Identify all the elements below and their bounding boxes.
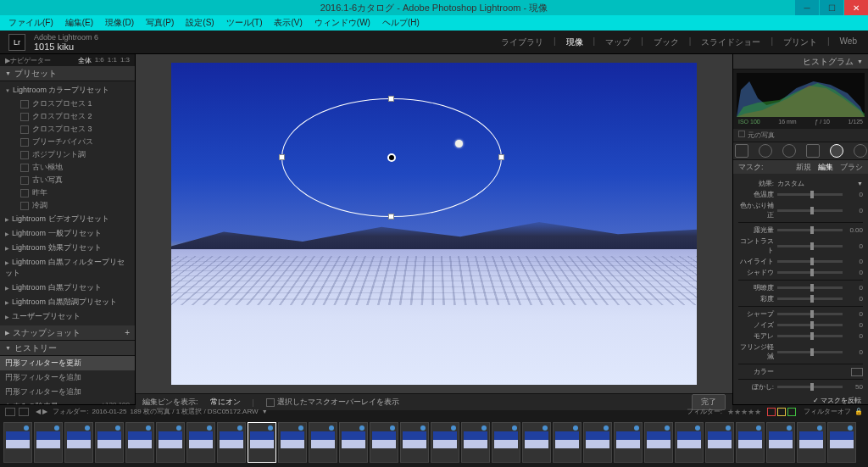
menu-item[interactable]: ファイル(F): [3, 17, 58, 29]
original-photo-checkbox[interactable]: 元の写真: [748, 131, 775, 139]
module-tab[interactable]: プリント: [781, 36, 820, 48]
histogram-header[interactable]: ヒストグラム▼: [733, 54, 868, 69]
slider[interactable]: [777, 209, 843, 212]
preset-category[interactable]: ▶Lightroom 白黒フィルタープリセット: [0, 255, 135, 281]
preset-item[interactable]: ポジプリント調: [0, 148, 135, 161]
graduated-filter-icon[interactable]: [806, 144, 820, 158]
filmstrip-thumb[interactable]: [583, 422, 612, 463]
slider[interactable]: [777, 286, 843, 289]
menu-item[interactable]: 設定(S): [181, 17, 219, 29]
brush-tool-icon[interactable]: [854, 144, 867, 158]
redeye-tool-icon[interactable]: [782, 144, 796, 158]
history-item[interactable]: 円形フィルターを更新: [0, 356, 135, 370]
preset-item[interactable]: 冷調: [0, 199, 135, 212]
filmstrip-thumb[interactable]: [400, 422, 429, 463]
filmstrip-thumb[interactable]: [125, 422, 154, 463]
history-item[interactable]: 円形フィルターを追加: [0, 370, 135, 385]
slider[interactable]: [777, 229, 843, 231]
show-pins-value[interactable]: 常にオン: [210, 397, 241, 408]
mask-brush[interactable]: ブラシ: [840, 162, 863, 173]
filmstrip-thumb[interactable]: [3, 422, 32, 463]
module-tab[interactable]: ライブラリ: [498, 36, 546, 48]
preset-category[interactable]: ▶Lightroom ビデオプリセット: [0, 212, 135, 226]
filmstrip-thumb[interactable]: [797, 422, 826, 463]
minimize-button[interactable]: ─: [795, 0, 819, 15]
menu-item[interactable]: 表示(V): [269, 17, 307, 29]
filmstrip-thumb[interactable]: [278, 422, 307, 463]
filmstrip-thumb[interactable]: [248, 422, 276, 463]
menu-item[interactable]: ヘルプ(H): [377, 17, 425, 29]
radial-handle-top[interactable]: [388, 96, 394, 102]
presets-header[interactable]: ▼プリセット: [0, 66, 135, 81]
lock-icon[interactable]: 🔒: [854, 408, 863, 415]
mask-new[interactable]: 新規: [796, 162, 811, 173]
filmstrip-thumb[interactable]: [34, 422, 63, 463]
filmstrip-thumb[interactable]: [461, 422, 490, 463]
filmstrip-thumb[interactable]: [156, 422, 185, 463]
preset-item[interactable]: クロスプロセス 3: [0, 123, 135, 136]
module-tab[interactable]: マップ: [603, 36, 633, 48]
module-tab[interactable]: 現像: [564, 36, 586, 48]
filter-flag-green[interactable]: [787, 408, 796, 416]
radial-center-pin[interactable]: [387, 153, 396, 162]
mask-edit[interactable]: 編集: [818, 162, 833, 173]
filmstrip-thumb[interactable]: [766, 422, 795, 463]
filmstrip-thumb[interactable]: [675, 422, 704, 463]
menu-item[interactable]: 現像(D): [100, 17, 139, 29]
mask-overlay-checkbox[interactable]: 選択したマスクオーバーレイを表示: [266, 397, 399, 408]
filmstrip-thumb[interactable]: [64, 422, 93, 463]
filmstrip-thumb[interactable]: [614, 422, 643, 463]
history-header[interactable]: ▼ヒストリー: [0, 341, 135, 356]
filter-flag-red[interactable]: [767, 408, 776, 416]
filmstrip-thumb[interactable]: [95, 422, 124, 463]
filmstrip-thumb[interactable]: [339, 422, 368, 463]
module-tab[interactable]: ブック: [651, 36, 682, 48]
zoom-level[interactable]: 1:1: [108, 56, 117, 65]
zoom-level[interactable]: 全体: [78, 56, 92, 65]
history-item[interactable]: かすみの除去量+120 100: [0, 399, 135, 404]
preset-item[interactable]: 古い極地: [0, 161, 135, 174]
filter-star[interactable]: ★: [727, 408, 734, 416]
filmstrip-thumb[interactable]: [309, 422, 337, 463]
slider[interactable]: [777, 260, 843, 263]
filmstrip[interactable]: [0, 418, 868, 467]
filmstrip-thumb[interactable]: [644, 422, 673, 463]
zoom-level[interactable]: 1:3: [120, 56, 130, 65]
view-mode-2-icon[interactable]: [19, 408, 29, 416]
filmstrip-thumb[interactable]: [186, 422, 215, 463]
preset-category[interactable]: ▶Lightroom 効果プリセット: [0, 241, 135, 255]
filmstrip-thumb[interactable]: [522, 422, 551, 463]
filmstrip-thumb[interactable]: [217, 422, 246, 463]
menu-item[interactable]: ツール(T): [221, 17, 268, 29]
photo-canvas[interactable]: [171, 63, 697, 385]
slider[interactable]: [777, 324, 843, 326]
invert-mask-checkbox[interactable]: マスクを反転: [821, 397, 861, 404]
slider[interactable]: [777, 297, 843, 300]
menu-item[interactable]: ウィンドウ(W): [309, 17, 376, 29]
preset-category[interactable]: ▶Lightroom 白黒プリセット: [0, 281, 135, 295]
menu-item[interactable]: 編集(E): [60, 17, 98, 29]
module-tab[interactable]: Web: [837, 36, 860, 48]
crop-tool-icon[interactable]: [735, 144, 748, 158]
preset-category[interactable]: ▶ユーザープリセット: [0, 309, 135, 324]
feather-slider[interactable]: [777, 386, 843, 388]
preset-item[interactable]: ブリーチバイパス: [0, 136, 135, 148]
radial-filter-icon[interactable]: [830, 144, 843, 158]
effect-dropdown[interactable]: カスタム: [777, 179, 857, 188]
menu-item[interactable]: 写真(P): [141, 17, 179, 29]
filmstrip-thumb[interactable]: [492, 422, 520, 463]
filmstrip-thumb[interactable]: [370, 422, 398, 463]
slider[interactable]: [777, 335, 843, 337]
history-item[interactable]: 円形フィルターを追加: [0, 385, 135, 399]
color-swatch[interactable]: [851, 368, 863, 376]
spot-tool-icon[interactable]: [759, 144, 772, 158]
radial-handle-bottom[interactable]: [388, 214, 394, 220]
filmstrip-thumb[interactable]: [736, 422, 765, 463]
slider[interactable]: [777, 313, 843, 315]
filter-flag-yellow[interactable]: [777, 408, 786, 416]
filmstrip-thumb[interactable]: [705, 422, 734, 463]
slider[interactable]: [777, 245, 843, 247]
navigator-header[interactable]: ▶ ナビゲーター 全体1:61:11:3: [0, 54, 135, 66]
snapshot-header[interactable]: ▶スナップショット+: [0, 325, 135, 341]
close-button[interactable]: ✕: [844, 0, 868, 15]
